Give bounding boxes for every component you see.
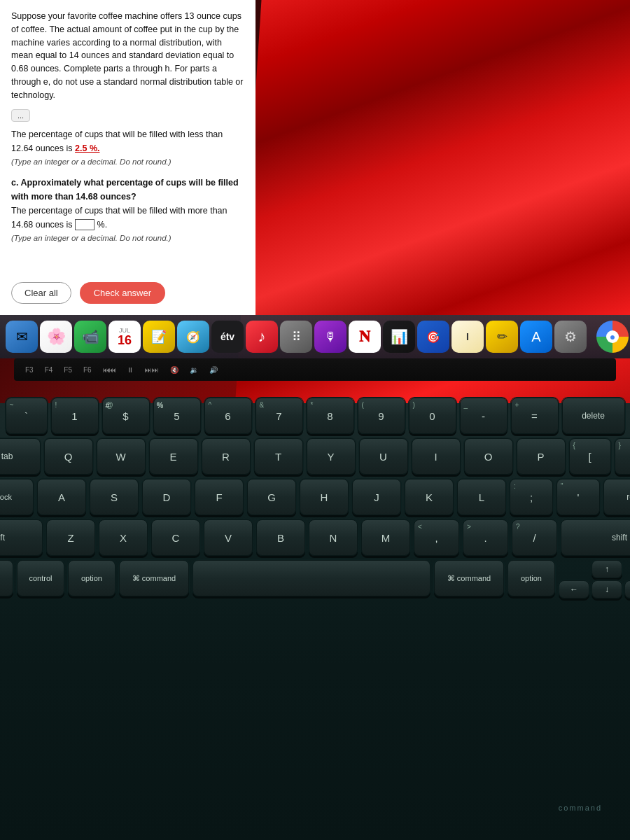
key-6[interactable]: * 8 <box>307 398 354 434</box>
key-7[interactable]: ( 9 <box>358 398 405 434</box>
key-fn[interactable]: fn <box>0 560 13 596</box>
dock-notes[interactable]: 📝 <box>143 321 175 353</box>
tb-f10: 🔇 <box>164 365 184 375</box>
key-delete[interactable]: delete <box>562 398 625 434</box>
key-f[interactable]: F <box>195 479 244 515</box>
key-8[interactable]: ) 0 <box>409 398 456 434</box>
key-q[interactable]: Q <box>44 438 93 475</box>
key-3[interactable]: % % 5 <box>153 398 201 434</box>
photos-icon: 🌸 <box>47 328 66 346</box>
key-lbracket[interactable]: { [ <box>569 438 611 475</box>
key-m[interactable]: M <box>361 519 410 556</box>
key-2[interactable]: @ # $ <box>102 398 150 434</box>
key-h[interactable]: H <box>300 479 349 515</box>
clear-all-button[interactable]: Clear all <box>11 282 71 304</box>
dock-calendar[interactable]: JUL 16 <box>108 321 141 353</box>
key-comma[interactable]: < , <box>414 519 459 556</box>
key-k[interactable]: K <box>405 479 454 515</box>
key-o[interactable]: O <box>464 438 513 475</box>
key-j[interactable]: J <box>352 479 401 515</box>
appletv-icon: étv <box>220 331 234 342</box>
key-arrow-down[interactable]: ↓ <box>592 580 622 598</box>
answer-b-text: The percentage of cups that will be fill… <box>11 127 244 155</box>
key-option-left[interactable]: option <box>68 560 115 596</box>
dock-mail[interactable]: ✉ <box>6 321 38 353</box>
key-option-right[interactable]: option <box>507 560 555 596</box>
key-p[interactable]: P <box>517 438 566 475</box>
dock: ✉ 🌸 📹 JUL 16 📝 🧭 étv ♪ ⠿ 🎙 𝐍 📊 🎯 <box>0 315 630 358</box>
key-quote[interactable]: " ' <box>556 479 600 515</box>
key-r[interactable]: R <box>202 438 251 475</box>
key-4[interactable]: ^ 6 <box>204 398 252 434</box>
more-button[interactable]: ... <box>11 109 30 122</box>
key-ctrl[interactable]: control <box>17 560 64 596</box>
key-return[interactable]: return <box>603 479 630 515</box>
key-semicolon[interactable]: : ; <box>510 479 553 515</box>
chrome-icon: ● <box>606 330 619 343</box>
key-z[interactable]: Z <box>46 519 95 556</box>
pencil-icon: ✏ <box>497 329 507 344</box>
dock-appstore[interactable]: A <box>520 321 552 353</box>
key-command-right[interactable]: ⌘ command <box>434 560 504 596</box>
keyboard: ~ ` ! 1 @ # $ % % 5 ^ 6 & 7 * 8 ( <box>0 364 630 826</box>
key-e[interactable]: E <box>149 438 198 475</box>
tb-f7: ⏮⏮ <box>97 365 121 375</box>
dock-music[interactable]: ♪ <box>246 321 278 353</box>
key-c[interactable]: C <box>151 519 200 556</box>
appstore-icon: A <box>531 329 540 345</box>
key-tilde[interactable]: ~ ` <box>6 398 48 434</box>
dock-keynote[interactable]: 🎯 <box>417 321 449 353</box>
key-equals[interactable]: + = <box>511 398 559 434</box>
answer-c-input[interactable] <box>75 219 94 230</box>
key-w[interactable]: W <box>97 438 146 475</box>
key-s[interactable]: S <box>90 479 139 515</box>
key-y[interactable]: Y <box>307 438 356 475</box>
answer-section: The percentage of cups that will be fill… <box>11 127 244 244</box>
dock-news[interactable]: 𝐍 <box>349 321 381 353</box>
systemprefs-icon: ⚙ <box>564 328 577 345</box>
key-minus[interactable]: _ - <box>460 398 507 434</box>
dock-chrome[interactable]: ● <box>596 321 629 353</box>
dock-systemprefs[interactable]: ⚙ <box>554 321 587 353</box>
key-shift-right[interactable]: shift <box>561 519 630 556</box>
content-panel: Suppose your favorite coffee machine off… <box>0 0 255 315</box>
key-tab[interactable]: tab <box>0 438 41 475</box>
key-u[interactable]: U <box>359 438 408 475</box>
key-n[interactable]: N <box>309 519 358 556</box>
dock-texteditor[interactable]: I <box>451 321 484 353</box>
key-x[interactable]: X <box>99 519 148 556</box>
key-d[interactable]: D <box>142 479 191 515</box>
key-arrow-right[interactable]: → <box>624 580 630 598</box>
check-answer-button[interactable]: Check answer <box>80 282 165 304</box>
key-slash[interactable]: ? / <box>512 519 557 556</box>
key-b[interactable]: B <box>256 519 305 556</box>
key-1[interactable]: ! 1 <box>51 398 99 434</box>
key-period[interactable]: > . <box>463 519 508 556</box>
dock-appletv[interactable]: étv <box>211 321 244 353</box>
tb-f11: 🔉 <box>184 365 204 375</box>
dock-safari[interactable]: 🧭 <box>177 321 209 353</box>
key-l[interactable]: L <box>457 479 506 515</box>
dock-facetime[interactable]: 📹 <box>74 321 106 353</box>
key-arrow-up[interactable]: ↑ <box>592 560 622 578</box>
dock-podcasts[interactable]: 🎙 <box>314 321 346 353</box>
texteditor-icon: I <box>466 331 469 342</box>
key-5[interactable]: & 7 <box>255 398 303 434</box>
key-i[interactable]: I <box>412 438 461 475</box>
key-v[interactable]: V <box>204 519 253 556</box>
key-capslock[interactable]: caps lock <box>0 479 34 515</box>
key-command-left[interactable]: ⌘ command <box>119 560 189 596</box>
podcasts-icon: 🎙 <box>324 330 337 344</box>
dock-pencil[interactable]: ✏ <box>486 321 518 353</box>
key-space[interactable] <box>192 560 430 596</box>
qwerty-row: tab Q W E R T Y U I O P { [ } ] <box>0 438 630 475</box>
key-g[interactable]: G <box>247 479 296 515</box>
dock-photos[interactable]: 🌸 <box>40 321 72 353</box>
key-rbracket[interactable]: } ] <box>615 438 631 475</box>
key-a[interactable]: A <box>37 479 86 515</box>
key-arrow-left[interactable]: ← <box>559 580 589 598</box>
dock-launchpad[interactable]: ⠿ <box>280 321 312 353</box>
key-t[interactable]: T <box>254 438 303 475</box>
key-shift-left[interactable]: shift <box>0 519 43 556</box>
dock-stocks[interactable]: 📊 <box>383 321 415 353</box>
